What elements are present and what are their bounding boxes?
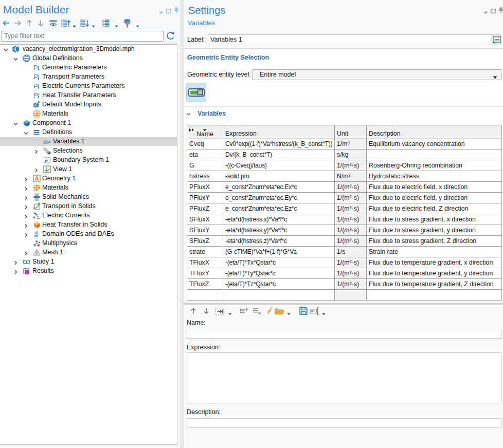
svg-text:P: P (33, 64, 38, 71)
svg-text:a: a (43, 138, 47, 145)
svg-text:P: P (33, 91, 38, 99)
svg-text:P: P (33, 73, 38, 81)
svg-text:P: P (33, 82, 38, 90)
svg-text:dt: dt (34, 234, 39, 238)
